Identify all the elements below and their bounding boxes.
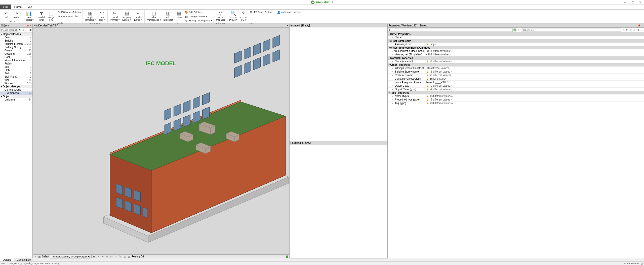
tree-item[interactable]: Building1 [0,39,32,42]
3d-viewport[interactable]: Not Decided Yet [724] ✕ IFC MODEL [33,24,290,258]
tree-item[interactable]: Uniformat24 [0,98,32,101]
grid-filter-button[interactable]: ▦ [29,28,32,31]
property-row[interactable]: ›Tag (type)🔒<13 different values> [388,102,644,105]
tree-item[interactable]: Stair2 [0,72,32,75]
pin-icon[interactable]: 📌 [638,24,640,27]
property-group-header[interactable]: ▾ePset_SimplebimBasicQuantities [388,46,644,49]
property-group-header[interactable]: ▾Type Properties [388,91,644,94]
property-row[interactable]: ›Volume, net (Simplebim)<106 different v… [388,53,644,56]
tree-item[interactable]: Stair Flight2 [0,75,32,78]
property-group-header[interactable]: ▾Other Properties [388,63,644,67]
tree-item[interactable]: Building Element…205 [0,42,32,46]
tree-item[interactable]: Door29 [0,55,32,59]
close-icon[interactable]: ✕ [286,24,288,27]
location-editor-button[interactable]: ⌖Location Editor ▾ [133,10,143,22]
property-row[interactable]: ›Building Storey name🔒<6 different value… [388,70,644,74]
tab-objects[interactable]: Objects [0,258,14,261]
tab-home[interactable]: Home [11,4,25,9]
grid-icon[interactable]: ▦ [38,255,41,258]
table-button[interactable]: ▦Table [174,10,183,19]
property-row[interactable]: ›Object Class (type)🔒<2 different values… [388,88,644,91]
circle-icon[interactable]: ○ [640,28,643,31]
cursor-icon[interactable]: ⯀ [93,255,96,258]
minimize-button[interactable]: — [621,0,629,5]
maximize-button[interactable]: ▢ [629,0,636,5]
tree-item[interactable]: Project [0,62,32,65]
placement-editor-button[interactable]: ✥Placement Editor [56,14,82,18]
tree-item[interactable]: Generic Group [0,88,32,91]
add-filter-button[interactable]: ● [22,28,25,31]
merge-ifc-button[interactable]: ⬚Merge IFC [47,10,56,22]
property-row[interactable]: ›Building Element Construction Type<13 d… [388,67,644,70]
zoom-icon[interactable]: 🔍 [118,255,122,258]
property-row[interactable]: Assembly Level🔒Single [388,43,644,46]
model-trimmer-button[interactable]: ✂Model Trimmer ▾ [109,10,121,22]
iso-icon[interactable]: ◈ [106,255,109,258]
tree-item[interactable]: Column12 [0,49,32,52]
tree-item[interactable]: Covering196 [0,52,32,55]
circle-icon[interactable]: ○ [629,28,632,31]
circle-icon[interactable]: ○ [633,28,636,31]
apply-template-button[interactable]: ▦Apply Template ▾ [84,10,97,22]
property-row[interactable]: ›Container Name🔒<6 different values> [388,74,644,77]
ifc-export-settings-button[interactable]: ⚙IFC Export Settings [249,10,274,14]
tree-item[interactable]: Beam4 [0,36,32,39]
property-row[interactable]: ›Object Class🔒<2 different values> [388,84,644,88]
pointer-icon[interactable]: ↖ [97,255,100,258]
peeling-icon[interactable]: ▧ [127,255,131,258]
change-canvas-button[interactable]: ◧Change Canvas ▾ [184,14,213,18]
undo-button[interactable]: ↶Undo [2,10,11,19]
tree-group-header[interactable]: ▾Object Groups [0,85,32,88]
property-row[interactable]: ›Predefined type (type)🔒<5 different val… [388,98,644,102]
pin-icon[interactable]: 📌 [26,24,29,27]
view-reports-button[interactable]: 📊View Reports ▾ [23,10,35,22]
tree-item[interactable]: ☑ Wanden193 [0,91,32,95]
remove-filter-button[interactable]: ● [25,28,28,31]
property-row[interactable]: Layer Assignment NameI-WALL-____-OTLN [388,81,644,84]
tree-item[interactable]: Model Information [0,59,32,62]
refresh-icon[interactable]: ↻ [114,255,117,258]
close-icon[interactable]: ✕ [34,255,37,258]
model-filter-button[interactable]: ▼Model Filter [37,10,46,22]
close-button[interactable]: ✕ [636,0,644,5]
section-icon[interactable]: ◫ [123,255,126,258]
property-group-header[interactable]: ▾ePset_Simplebim [388,39,644,43]
property-group-header[interactable]: ▾Direct Properties [388,32,644,36]
add-bimsheet-button[interactable]: ▥Add Bimsheet [163,10,174,22]
run-tool-button[interactable]: ⚒Run Tool ▾ [97,10,106,22]
dropdown-icon[interactable]: ▾ [622,28,625,31]
gear-icon[interactable]: ⚙ [637,28,640,31]
property-row[interactable]: ›Name (type)🔒<13 different values> [388,94,644,98]
export-ifc-button[interactable]: ⇪Export IFC ▾ [239,10,248,22]
property-row[interactable]: ›Area, largest surface, net (Simplebim)<… [388,49,644,53]
eye-icon[interactable]: 👁 [101,255,105,258]
property-group-header[interactable]: ▾Material Properties [388,56,644,60]
tree-item[interactable]: Slab5 [0,69,32,72]
add-palette-button[interactable]: 🎨Add Palette ▾ [184,10,213,14]
close-icon[interactable]: ✕ [641,24,643,27]
tree-item[interactable]: Building Storey7 [0,46,32,49]
tree-item[interactable]: Window133 [0,82,32,85]
other-workspaces-button[interactable]: ◫Other Workspaces ▾ [146,10,162,22]
clear-filter-button[interactable]: ✕ [517,28,520,31]
property-row[interactable]: ›Name [388,36,644,39]
bcf-manager-button[interactable]: ◎BCF Manager [215,10,226,22]
tab-file[interactable]: File [0,4,11,9]
export-preview-button[interactable]: 🔍Export Preview [228,10,238,22]
close-icon[interactable]: ✕ [29,24,31,27]
author-license-button[interactable]: 👤Author and License [276,10,302,14]
tree-group-header[interactable]: ▾Object Classes [0,32,32,36]
properties-filter-input[interactable] [388,28,513,32]
property-editors-button[interactable]: ▤Property Editors ▾ [121,10,132,22]
resize-grip-icon[interactable]: ◢ [641,262,642,265]
select-mode-dropdown[interactable]: Topmost Assembly or Single Object [50,255,92,258]
clear-filter-button[interactable]: ✕ [18,28,21,31]
tree-item[interactable]: Site1 [0,65,32,69]
tab-3d[interactable]: 3D [25,4,35,9]
property-row[interactable]: ›Name (material)🔒<9 different values> [388,60,644,63]
top-icon[interactable]: ▭ [110,255,113,258]
propertyset-filter-input[interactable] [521,28,621,32]
redo-button[interactable]: ↷Redo [12,10,21,19]
ifc-merge-settings-button[interactable]: ⚙IFC Merge Settings [56,10,82,14]
property-row[interactable]: Container Object Class🔒Building Storey [388,77,644,81]
